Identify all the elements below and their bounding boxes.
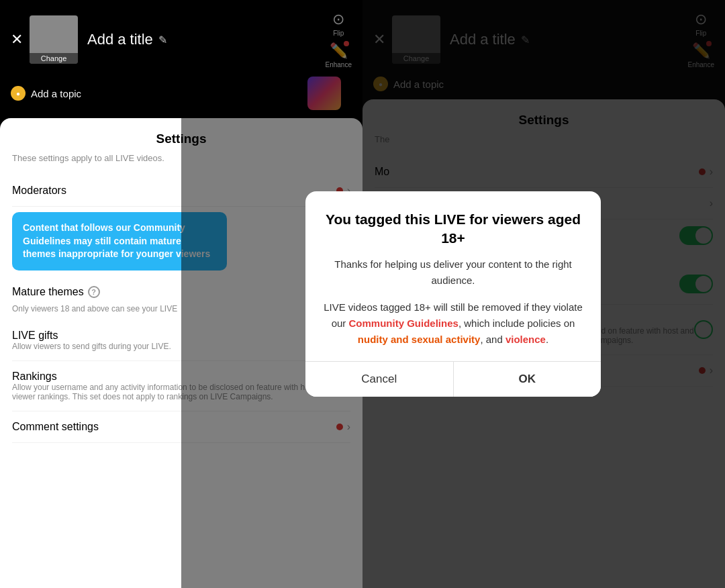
modal-overlay: You tagged this LIVE for viewers aged 18… [181,0,725,588]
live-gifts-label-left: LIVE gifts [12,330,171,342]
moderators-label-left: Moderators [12,185,66,197]
comment-label-left: Comment settings [12,421,99,433]
modal-title: You tagged this LIVE for viewers aged 18… [322,210,585,247]
edit-icon-left: ✎ [158,34,167,46]
live-gifts-desc-left: Allow viewers to send gifts during your … [12,342,171,351]
change-label-left[interactable]: Change [30,53,78,64]
add-topic-label-left: Add a topic [31,88,81,99]
community-guidelines-link[interactable]: Community Guidelines [349,317,458,329]
modal-body1: Thanks for helping us deliver your conte… [322,256,585,289]
close-button-left[interactable]: ✕ [11,32,23,47]
mature-label-row-left: Mature themes ? [12,286,100,298]
modal-box: You tagged this LIVE for viewers aged 18… [305,191,601,397]
title-edit-left[interactable]: Add a title ✎ [87,31,167,48]
thumbnail-left[interactable]: Change [30,15,78,64]
mature-info-icon-left: ? [88,286,100,298]
ok-button[interactable]: OK [453,362,601,397]
title-text-left: Add a title [87,31,153,48]
violence-link[interactable]: violence [505,334,546,345]
mature-label-left: Mature themes [12,286,84,298]
modal-body2: LIVE videos tagged 18+ will still be rem… [322,299,585,348]
cancel-button[interactable]: Cancel [305,362,453,397]
modal-body2-mid: , which include policies on [458,317,575,329]
modal-body2-end: , and [480,334,505,345]
topic-coin-left: ● [11,86,26,101]
nudity-link[interactable]: nudity and sexual activity [358,334,481,345]
modal-actions: Cancel OK [305,361,601,397]
modal-body2-dot: . [546,334,548,345]
